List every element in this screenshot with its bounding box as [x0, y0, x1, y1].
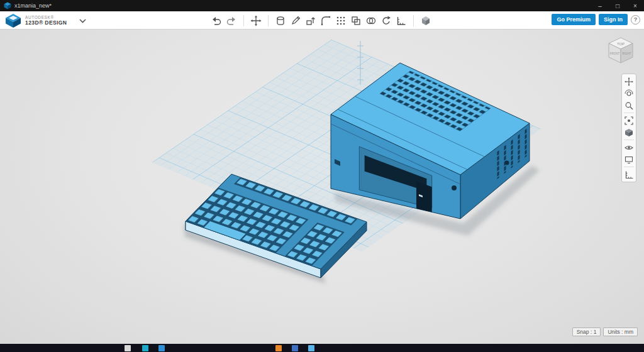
os-taskbar [0, 344, 644, 352]
measure-icon[interactable] [395, 14, 408, 28]
fit-view-icon[interactable] [622, 114, 636, 126]
navigation-toolbar [621, 74, 636, 182]
view-cube[interactable]: TOP FRONT RIGHT [604, 33, 638, 67]
pattern-icon[interactable] [335, 14, 347, 28]
material-icon[interactable] [419, 14, 432, 28]
display-settings-icon[interactable] [622, 153, 636, 165]
taskbar-app-1-icon[interactable] [125, 345, 131, 351]
tool-strip [209, 13, 433, 28]
window-title: x1mania_new* [14, 3, 52, 9]
taskbar-app-3-icon[interactable] [158, 345, 165, 351]
toolbar-separator [243, 15, 244, 26]
redo-icon[interactable] [225, 14, 238, 28]
brand-block: AUTODESK® 123D® DESIGN [5, 13, 86, 28]
navbar-separator [624, 140, 634, 140]
snap-setting[interactable]: Snap : 1 [572, 327, 601, 336]
main-toolbar: AUTODESK® 123D® DESIGN Go Premium Sign I… [0, 11, 644, 30]
orbit-icon[interactable] [622, 87, 636, 99]
undo-icon[interactable] [210, 14, 223, 28]
scene-svg[interactable] [0, 30, 644, 344]
go-premium-button[interactable]: Go Premium [552, 14, 596, 25]
navbar-separator [624, 113, 634, 113]
construct-icon[interactable] [304, 14, 317, 28]
title-bar: x1mania_new* – □ × [0, 0, 644, 11]
units-setting[interactable]: Units : mm [603, 327, 638, 336]
view-cube-front-label: FRONT [610, 52, 620, 55]
123d-logo-icon [5, 13, 21, 28]
brand-menu-chevron-icon[interactable] [79, 19, 86, 23]
sketch-icon[interactable] [289, 14, 302, 28]
minimize-button[interactable]: – [591, 0, 609, 11]
modify-icon[interactable] [319, 14, 332, 28]
taskbar-app-5-icon[interactable] [292, 345, 298, 351]
viewport-status: Snap : 1 Units : mm [572, 327, 638, 336]
taskbar-app-6-icon[interactable] [308, 345, 314, 351]
visibility-icon[interactable] [622, 141, 636, 153]
view-cube-top-label: TOP [617, 42, 625, 46]
combine-icon[interactable] [365, 14, 377, 28]
brand-line2: 123D® DESIGN [25, 20, 67, 26]
viewport-3d[interactable]: TOP FRONT RIGHT Snap : 1 Units : mm [0, 30, 644, 344]
transform-icon[interactable] [250, 14, 262, 28]
app-icon [4, 2, 11, 9]
account-area: Go Premium Sign In ? [552, 14, 640, 25]
navbar-separator [624, 167, 634, 167]
taskbar-app-4-icon[interactable] [275, 345, 282, 351]
sign-in-button[interactable]: Sign In [599, 14, 628, 25]
tweak-icon[interactable] [380, 14, 392, 28]
material-view-icon[interactable] [622, 126, 636, 138]
taskbar-app-2-icon[interactable] [142, 345, 148, 351]
help-button[interactable]: ? [631, 15, 640, 25]
primitives-icon[interactable] [274, 14, 287, 28]
toolbar-separator [268, 15, 269, 26]
grouping-icon[interactable] [350, 14, 362, 28]
zoom-icon[interactable] [622, 99, 636, 111]
pan-icon[interactable] [622, 75, 636, 87]
maximize-button[interactable]: □ [609, 0, 626, 11]
close-button[interactable]: × [626, 0, 644, 11]
view-cube-right-label: RIGHT [623, 52, 631, 55]
measure-settings-icon[interactable] [622, 168, 636, 180]
toolbar-separator [413, 15, 414, 26]
